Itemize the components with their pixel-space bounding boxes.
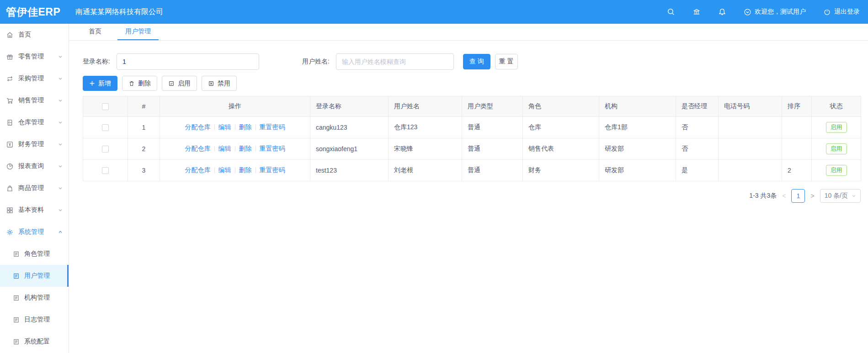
delete-link[interactable]: 删除 — [239, 145, 252, 152]
page-size-label: 10 条/页 — [825, 192, 848, 200]
sidebar-item-system[interactable]: 系统管理 — [0, 221, 69, 243]
disable-button[interactable]: 禁用 — [202, 76, 237, 91]
sidebar-item-user-management[interactable]: 用户管理 — [0, 265, 69, 287]
sidebar-item-log-management[interactable]: 日志管理 — [0, 309, 69, 331]
cell-status: 启用 — [812, 117, 861, 138]
document-icon — [13, 295, 20, 301]
add-button-label: 新增 — [98, 79, 111, 88]
search-icon[interactable] — [667, 8, 675, 16]
row-checkbox[interactable] — [102, 146, 109, 153]
assign-warehouse-link[interactable]: 分配仓库 — [185, 145, 211, 152]
page-number-button[interactable]: 1 — [791, 189, 805, 203]
sidebar-item-role-management[interactable]: 角色管理 — [0, 243, 69, 265]
delete-link[interactable]: 删除 — [239, 123, 252, 131]
cell-sort — [782, 138, 812, 160]
user-name-label: 用户姓名: — [302, 58, 330, 66]
sidebar-item-reports[interactable]: 报表查询 — [0, 155, 69, 177]
sidebar-item-label: 商品管理 — [18, 184, 44, 192]
chevron-down-icon — [58, 142, 63, 147]
warehouse-icon — [6, 119, 14, 126]
enable-button[interactable]: 启用 — [162, 76, 197, 91]
sidebar-item-label: 系统配置 — [24, 337, 50, 346]
login-name-input[interactable] — [117, 53, 259, 70]
divider — [235, 167, 235, 173]
col-login-name: 登录名称 — [310, 96, 389, 117]
search-button[interactable]: 查 询 — [463, 54, 490, 69]
delete-link[interactable]: 删除 — [239, 166, 252, 174]
basic-data-icon — [6, 206, 14, 214]
chevron-down-icon — [58, 164, 63, 169]
table-header-row: # 操作 登录名称 用户姓名 用户类型 角色 机构 是否经理 电话号码 排序 状… — [83, 96, 861, 117]
x-square-icon — [208, 80, 214, 87]
user-table: # 操作 登录名称 用户姓名 用户类型 角色 机构 是否经理 电话号码 排序 状… — [83, 96, 861, 181]
divider — [235, 146, 235, 152]
document-icon — [13, 273, 20, 279]
sidebar: 首页 零售管理 采购管理 销售管理 仓 — [0, 24, 69, 353]
assign-warehouse-link[interactable]: 分配仓库 — [185, 166, 211, 174]
chevron-up-icon — [58, 230, 63, 234]
reset-password-link[interactable]: 重置密码 — [260, 166, 285, 174]
sidebar-item-label: 首页 — [18, 31, 31, 39]
sidebar-item-org-management[interactable]: 机构管理 — [0, 287, 69, 309]
row-checkbox[interactable] — [102, 124, 109, 131]
tab-label: 首页 — [89, 27, 101, 36]
sidebar-item-purchase[interactable]: 采购管理 — [0, 68, 69, 90]
bell-icon[interactable] — [718, 8, 726, 16]
chevron-down-icon — [58, 54, 63, 59]
cell-role: 财务 — [523, 160, 599, 181]
reset-button[interactable]: 重 置 — [495, 54, 518, 69]
cell-phone — [719, 138, 782, 160]
tab-label: 用户管理 — [125, 27, 151, 36]
delete-button[interactable]: 删除 — [122, 76, 157, 91]
assign-warehouse-link[interactable]: 分配仓库 — [185, 123, 211, 131]
tab-user-management[interactable]: 用户管理 — [117, 24, 159, 40]
sidebar-item-retail[interactable]: 零售管理 — [0, 46, 69, 68]
reset-password-link[interactable]: 重置密码 — [260, 145, 285, 152]
page-size-select[interactable]: 10 条/页 — [820, 189, 861, 203]
col-operations: 操作 — [160, 96, 310, 117]
user-menu[interactable]: 欢迎您，测试用户 — [744, 8, 806, 16]
col-status: 状态 — [812, 96, 861, 117]
logout-text: 退出登录 — [834, 8, 860, 16]
divider — [256, 146, 256, 152]
prev-page-button[interactable]: < — [781, 192, 787, 200]
sidebar-item-warehouse[interactable]: 仓库管理 — [0, 111, 69, 133]
next-page-button[interactable]: > — [809, 192, 815, 200]
sidebar-item-finance[interactable]: 财务管理 — [0, 133, 69, 155]
table-row: 3 分配仓库编辑删除重置密码 test123 刘老根 普通 财务 研发部 是 2 — [83, 160, 861, 181]
cell-is-manager: 否 — [676, 138, 719, 160]
table-row: 1 分配仓库编辑删除重置密码 cangku123 仓库123 普通 仓库 仓库1… — [83, 117, 861, 138]
bank-icon[interactable] — [692, 8, 701, 16]
sidebar-item-system-config[interactable]: 系统配置 — [0, 331, 69, 353]
tab-bar: 首页 用户管理 — [69, 24, 868, 41]
user-name-input[interactable] — [336, 53, 454, 70]
divider — [214, 124, 215, 130]
sidebar-item-products[interactable]: 商品管理 — [0, 177, 69, 199]
select-all-checkbox[interactable] — [102, 103, 109, 110]
reset-password-link[interactable]: 重置密码 — [260, 123, 285, 131]
chevron-down-icon — [58, 98, 63, 103]
edit-link[interactable]: 编辑 — [218, 123, 231, 131]
chevron-down-icon — [58, 120, 63, 125]
chevron-down-icon — [58, 208, 63, 212]
cell-org: 研发部 — [599, 138, 676, 160]
tab-home[interactable]: 首页 — [81, 24, 109, 40]
sidebar-item-home[interactable]: 首页 — [0, 24, 69, 46]
sidebar-item-basic-data[interactable]: 基本资料 — [0, 199, 69, 221]
cell-status: 启用 — [812, 138, 861, 160]
edit-link[interactable]: 编辑 — [218, 166, 231, 174]
app-logo[interactable]: 管伊佳ERP — [0, 5, 73, 19]
col-user-name: 用户姓名 — [389, 96, 462, 117]
cell-org: 研发部 — [599, 160, 676, 181]
retail-icon — [6, 53, 14, 61]
add-button[interactable]: 新增 — [83, 76, 117, 91]
row-checkbox[interactable] — [102, 167, 109, 174]
col-user-type: 用户类型 — [462, 96, 523, 117]
edit-link[interactable]: 编辑 — [218, 145, 231, 152]
cell-user-name: 宋晓锋 — [389, 138, 462, 160]
finance-icon — [6, 141, 14, 148]
logout-button[interactable]: 退出登录 — [823, 8, 860, 16]
cell-phone — [719, 160, 782, 181]
search-button-label: 查 询 — [469, 58, 484, 66]
sidebar-item-sales[interactable]: 销售管理 — [0, 90, 69, 111]
